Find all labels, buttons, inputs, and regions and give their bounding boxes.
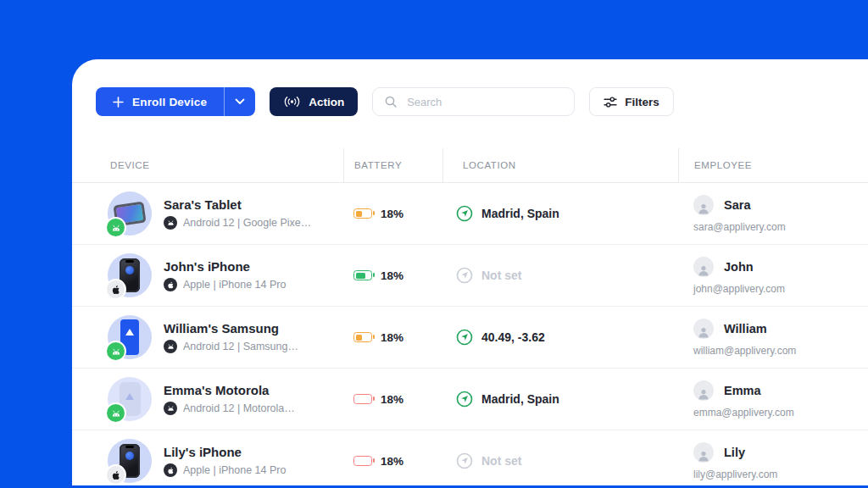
employee-cell: Lily lily@applivery.com: [678, 442, 868, 480]
device-os: Android 12 | Google Pixe…: [183, 217, 311, 229]
employee-avatar: [693, 442, 714, 463]
battery-icon: [353, 270, 372, 280]
filters-label: Filters: [625, 96, 659, 108]
battery-percent: 18%: [381, 455, 403, 468]
column-header-location: LOCATION: [442, 148, 678, 182]
platform-badge: [105, 217, 126, 238]
person-icon: [697, 449, 710, 463]
platform-badge: [105, 402, 126, 424]
location-icon: [456, 205, 473, 222]
enroll-dropdown-toggle[interactable]: [225, 87, 255, 116]
device-avatar: [108, 315, 152, 359]
search-icon: [384, 95, 398, 108]
employee-email: sara@applivery.com: [693, 221, 786, 233]
table-row[interactable]: William's Samsung Android 12 | Samsung… …: [72, 307, 868, 369]
battery-icon: [353, 332, 372, 342]
platform-badge: [105, 464, 126, 485]
device-os-row: Apple | iPhone 14 Pro: [164, 278, 286, 291]
apple-icon: [111, 285, 121, 295]
device-avatar: [108, 191, 152, 236]
app-background: { "colors": { "background": "#0553e8", "…: [0, 0, 868, 488]
location-cell: Not set: [442, 267, 678, 284]
employee-email: john@applivery.com: [693, 283, 785, 295]
enroll-device-main[interactable]: Enroll Device: [96, 87, 224, 116]
device-name: William's Samsung: [164, 321, 298, 336]
filters-button[interactable]: Filters: [589, 87, 674, 116]
location-icon: [456, 391, 473, 408]
platform-badge: [105, 279, 126, 300]
column-header-battery: BATTERY: [343, 148, 442, 182]
device-table: DEVICE BATTERY LOCATION EMPLOYEE Sara's …: [72, 148, 868, 485]
device-name: Lily's iPhone: [164, 445, 286, 459]
battery-cell: 18%: [343, 455, 442, 468]
column-header-employee: EMPLOYEE: [678, 148, 868, 182]
employee-info: John john@applivery.com: [693, 257, 785, 295]
device-cell: William's Samsung Android 12 | Samsung…: [72, 315, 343, 359]
employee-email: emma@applivery.com: [693, 407, 794, 419]
device-name: Sara's Tablet: [164, 197, 311, 212]
device-meta: John's iPhone Apple | iPhone 14 Pro: [164, 259, 286, 291]
employee-cell: John john@applivery.com: [678, 257, 868, 295]
table-row[interactable]: Lily's iPhone Apple | iPhone 14 Pro 18% …: [72, 430, 868, 485]
device-os: Apple | iPhone 14 Pro: [183, 464, 286, 476]
table-row[interactable]: John's iPhone Apple | iPhone 14 Pro 18% …: [72, 245, 868, 307]
table-row[interactable]: Sara's Tablet Android 12 | Google Pixe… …: [72, 183, 868, 245]
employee-email: lily@applivery.com: [693, 469, 777, 480]
employee-name: John: [724, 260, 754, 274]
employee-avatar: [693, 319, 714, 339]
battery-cell: 18%: [343, 393, 442, 406]
device-name: Emma's Motorola: [164, 383, 295, 397]
battery-icon: [353, 456, 372, 466]
platform-badge: [105, 341, 126, 362]
os-icon: [164, 402, 177, 415]
battery-percent: 18%: [381, 331, 403, 344]
employee-avatar: [693, 380, 714, 401]
location-text: Madrid, Spain: [481, 392, 559, 406]
device-avatar: [108, 439, 152, 483]
employee-info: William william@applivery.com: [693, 319, 796, 357]
device-cell: Sara's Tablet Android 12 | Google Pixe…: [72, 191, 343, 236]
os-icon: [164, 216, 177, 230]
os-icon: [164, 340, 177, 353]
location-cell: 40.49, -3.62: [442, 329, 678, 346]
location-cell: Not set: [442, 452, 678, 469]
location-text: Not set: [481, 454, 521, 468]
search-box[interactable]: [372, 87, 575, 116]
person-icon: [697, 387, 710, 401]
chevron-down-icon: [235, 98, 245, 105]
android-icon: [111, 347, 121, 356]
table-row[interactable]: Emma's Motorola Android 12 | Motorola… 1…: [72, 369, 868, 430]
action-button[interactable]: Action: [270, 87, 358, 116]
device-os: Apple | iPhone 14 Pro: [183, 279, 286, 291]
device-meta: Lily's iPhone Apple | iPhone 14 Pro: [164, 445, 286, 477]
search-input[interactable]: [405, 95, 563, 109]
battery-fill: [356, 273, 366, 279]
employee-top: Emma: [693, 380, 794, 401]
device-os-row: Apple | iPhone 14 Pro: [164, 463, 286, 477]
location-cell: Madrid, Spain: [442, 391, 678, 408]
employee-top: Sara: [693, 195, 786, 215]
employee-name: William: [724, 322, 767, 336]
employee-info: Sara sara@applivery.com: [693, 195, 786, 233]
device-avatar: [108, 253, 152, 297]
employee-info: Emma emma@applivery.com: [693, 380, 794, 419]
employee-name: Lily: [724, 446, 745, 459]
device-avatar: [108, 377, 152, 421]
device-meta: William's Samsung Android 12 | Samsung…: [164, 321, 298, 353]
enroll-device-button[interactable]: Enroll Device: [96, 87, 255, 116]
employee-name: Emma: [724, 384, 761, 397]
employee-avatar: [693, 257, 714, 277]
battery-cell: 18%: [343, 331, 442, 344]
location-cell: Madrid, Spain: [442, 205, 678, 222]
os-icon: [164, 463, 177, 477]
device-cell: Emma's Motorola Android 12 | Motorola…: [72, 377, 343, 421]
employee-top: William: [693, 319, 796, 339]
location-icon: [456, 329, 473, 346]
employee-email: william@applivery.com: [693, 345, 796, 357]
location-icon: [456, 452, 473, 469]
action-label: Action: [309, 96, 344, 108]
battery-percent: 18%: [381, 393, 403, 406]
employee-cell: Emma emma@applivery.com: [678, 380, 868, 419]
employee-avatar: [693, 195, 714, 215]
battery-fill: [356, 211, 363, 217]
